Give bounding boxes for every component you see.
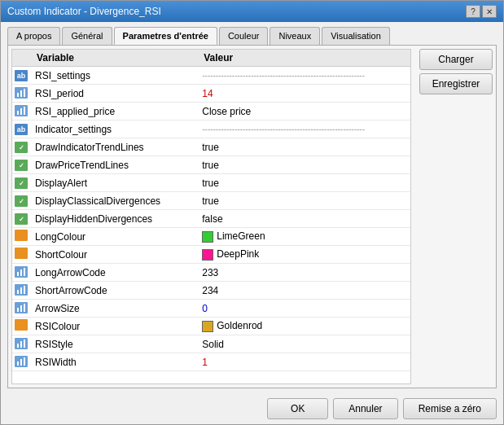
- svg-rect-17: [24, 340, 25, 348]
- tab-apropos[interactable]: A propos: [7, 27, 60, 45]
- table-row[interactable]: RSI_applied_priceClose price: [12, 103, 410, 120]
- svg-rect-20: [24, 357, 25, 366]
- table-row[interactable]: RSIWidth1: [12, 353, 410, 371]
- row-value: Close price: [197, 103, 410, 120]
- parameters-table: Variable Valeur abRSI_settings----------…: [12, 50, 410, 371]
- svg-rect-4: [20, 108, 22, 115]
- row-variable-name: DrawIndicatorTrendLines: [30, 138, 197, 156]
- row-icon: [12, 246, 30, 264]
- close-button[interactable]: ✕: [482, 5, 497, 18]
- row-value: true: [197, 174, 410, 192]
- svg-rect-8: [24, 268, 25, 276]
- row-icon: ✓: [12, 138, 30, 156]
- tab-couleur[interactable]: Couleur: [219, 27, 269, 45]
- row-icon: [12, 103, 30, 120]
- row-value: 0: [197, 300, 410, 318]
- tab-content-parametres: Variable Valeur abRSI_settings----------…: [7, 45, 497, 388]
- row-variable-name: DrawPriceTrendLines: [30, 156, 197, 174]
- row-variable-name: ShortArrowCode: [30, 282, 197, 300]
- row-value: true: [197, 192, 410, 210]
- row-value: true: [197, 138, 410, 156]
- row-variable-name: RSIWidth: [30, 353, 197, 371]
- row-variable-name: RSI_settings: [30, 67, 197, 85]
- main-window: Custom Indicator - Divergence_RSI ? ✕ A …: [0, 0, 504, 425]
- row-value: 234: [197, 282, 410, 300]
- table-row[interactable]: abRSI_settings--------------------------…: [12, 67, 410, 85]
- row-value: LimeGreen: [197, 228, 410, 246]
- row-value: true: [197, 156, 410, 174]
- table-row[interactable]: ✓DrawIndicatorTrendLinestrue: [12, 138, 410, 156]
- tab-niveaux[interactable]: Niveaux: [270, 27, 320, 45]
- svg-rect-3: [17, 111, 19, 115]
- row-variable-name: RSI_applied_price: [30, 103, 197, 120]
- row-icon: ab: [12, 67, 30, 85]
- table-row[interactable]: RSIColourGoldenrod: [12, 318, 410, 335]
- row-variable-name: LongArrowCode: [30, 264, 197, 282]
- row-value: 233: [197, 264, 410, 282]
- parameters-table-wrapper[interactable]: Variable Valeur abRSI_settings----------…: [11, 49, 411, 384]
- row-value: Goldenrod: [197, 318, 410, 335]
- side-buttons: Charger Enregistrer: [414, 49, 493, 384]
- enregistrer-button[interactable]: Enregistrer: [419, 73, 493, 94]
- table-and-side-buttons: Variable Valeur abRSI_settings----------…: [11, 49, 493, 384]
- color-swatch: [202, 231, 213, 243]
- svg-rect-11: [24, 286, 25, 294]
- svg-rect-9: [17, 290, 19, 294]
- header-variable-col: Variable: [30, 50, 197, 67]
- table-header-row: Variable Valeur: [12, 50, 410, 67]
- table-row[interactable]: ShortColourDeepPink: [12, 246, 410, 264]
- svg-rect-7: [20, 269, 22, 276]
- ok-button[interactable]: OK: [267, 398, 328, 419]
- row-value: ----------------------------------------…: [197, 67, 410, 85]
- table-row[interactable]: ✓DisplayAlerttrue: [12, 174, 410, 192]
- table-row[interactable]: ✓DisplayClassicalDivergencestrue: [12, 192, 410, 210]
- row-variable-name: DisplayClassicalDivergences: [30, 192, 197, 210]
- annuler-button[interactable]: Annuler: [333, 398, 397, 419]
- row-icon: ✓: [12, 210, 30, 228]
- row-value: DeepPink: [197, 246, 410, 264]
- table-row[interactable]: ✓DisplayHiddenDivergencesfalse: [12, 210, 410, 228]
- help-button[interactable]: ?: [466, 5, 480, 18]
- row-variable-name: ShortColour: [30, 246, 197, 264]
- row-icon: [12, 85, 30, 103]
- tab-visualisation[interactable]: Visualisation: [322, 27, 390, 45]
- row-variable-name: LongColour: [30, 228, 197, 246]
- row-variable-name: ArrowSize: [30, 300, 197, 318]
- row-icon: [12, 228, 30, 246]
- row-icon: [12, 264, 30, 282]
- header-icon-col: [12, 50, 30, 67]
- table-row[interactable]: RSI_period14: [12, 85, 410, 103]
- table-row[interactable]: LongColourLimeGreen: [12, 228, 410, 246]
- svg-rect-18: [17, 361, 19, 366]
- row-icon: [12, 318, 30, 335]
- row-variable-name: RSIColour: [30, 318, 197, 335]
- row-icon: ✓: [12, 192, 30, 210]
- color-swatch: [202, 249, 213, 261]
- table-row[interactable]: ShortArrowCode234: [12, 282, 410, 300]
- table-row[interactable]: ArrowSize0: [12, 300, 410, 318]
- table-row[interactable]: abIndicator_settings--------------------…: [12, 120, 410, 138]
- svg-rect-0: [17, 93, 19, 97]
- svg-rect-1: [20, 90, 22, 97]
- row-variable-name: DisplayAlert: [30, 174, 197, 192]
- remise-button[interactable]: Remise a zéro: [403, 398, 497, 419]
- tab-parametres[interactable]: Parametres d'entrée: [114, 27, 217, 45]
- row-icon: ✓: [12, 174, 30, 192]
- svg-rect-2: [24, 89, 25, 97]
- table-row[interactable]: LongArrowCode233: [12, 264, 410, 282]
- svg-rect-15: [17, 344, 19, 348]
- row-value: ----------------------------------------…: [197, 120, 410, 138]
- header-value-col: Valeur: [197, 50, 410, 67]
- svg-rect-19: [20, 359, 22, 366]
- row-icon: [12, 282, 30, 300]
- row-value: 14: [197, 85, 410, 103]
- title-bar-buttons: ? ✕: [466, 5, 497, 18]
- row-variable-name: Indicator_settings: [30, 120, 197, 138]
- svg-rect-13: [20, 305, 22, 312]
- table-row[interactable]: ✓DrawPriceTrendLinestrue: [12, 156, 410, 174]
- tab-general[interactable]: Général: [62, 27, 112, 45]
- color-swatch: [202, 321, 213, 332]
- row-icon: [12, 335, 30, 353]
- table-row[interactable]: RSIStyleSolid: [12, 335, 410, 353]
- charger-button[interactable]: Charger: [419, 49, 493, 70]
